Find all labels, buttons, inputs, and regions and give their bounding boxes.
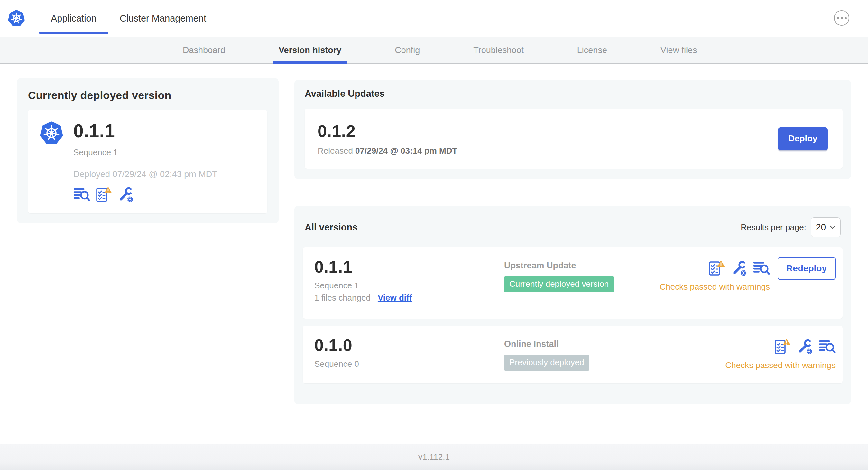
- version-source: Upstream Update: [504, 261, 660, 271]
- row-sequence: Sequence 0: [314, 359, 504, 369]
- tab-application[interactable]: Application: [39, 0, 108, 37]
- deployed-version-details: 0.1.1 Sequence 1 Deployed 07/29/24 @ 02:…: [73, 116, 217, 203]
- currently-deployed-version-card: 0.1.1 Sequence 1 Deployed 07/29/24 @ 02:…: [28, 110, 267, 213]
- tab-cluster-management-label: Cluster Management: [120, 13, 206, 24]
- deployed-sequence: Sequence 1: [73, 147, 217, 158]
- version-row-0-1-0: 0.1.0 Sequence 0 Online Install Previous…: [303, 326, 843, 383]
- all-versions-title: All versions: [305, 222, 358, 233]
- tab-version-history[interactable]: Version history: [273, 37, 347, 63]
- tab-troubleshoot[interactable]: Troubleshoot: [467, 37, 530, 63]
- preflight-checks-warning-icon[interactable]: [708, 260, 725, 276]
- tab-config[interactable]: Config: [389, 37, 426, 63]
- view-diff-link[interactable]: View diff: [378, 293, 412, 303]
- main-content: Currently deployed version 0.1.1 Sequenc…: [0, 64, 868, 444]
- redeploy-button[interactable]: Redeploy: [778, 257, 836, 280]
- preflight-checks-status[interactable]: Checks passed with warnings: [725, 360, 836, 370]
- admin-console-version: v1.112.1: [418, 452, 450, 462]
- top-bar: Application Cluster Management: [0, 0, 868, 37]
- files-changed-line: 1 files changed View diff: [314, 293, 504, 303]
- actions-and-checks: Checks passed with warnings: [660, 260, 770, 292]
- all-versions-header: All versions Results per page: 20: [303, 217, 843, 237]
- released-timestamp: 07/29/24 @ 03:14 pm MDT: [355, 146, 457, 156]
- results-per-page-label: Results per page:: [741, 223, 806, 232]
- results-per-page-select[interactable]: 20: [811, 217, 841, 237]
- actions-and-checks: Checks passed with warnings: [725, 338, 836, 370]
- view-logs-icon[interactable]: [753, 260, 770, 276]
- top-tabs: Application Cluster Management: [39, 0, 218, 37]
- tab-view-files[interactable]: View files: [655, 37, 703, 63]
- ellipsis-icon: [837, 17, 839, 19]
- row-action-icons: [708, 260, 770, 276]
- results-per-page-value: 20: [816, 222, 826, 232]
- preflight-checks-warning-icon[interactable]: [774, 338, 790, 355]
- version-row-0-1-1: 0.1.1 Sequence 1 1 files changed View di…: [303, 247, 843, 318]
- tab-application-label: Application: [51, 13, 96, 24]
- version-row-actions: Checks passed with warnings: [725, 335, 836, 370]
- tab-dashboard[interactable]: Dashboard: [177, 37, 231, 63]
- edit-config-icon[interactable]: [117, 187, 134, 203]
- edit-config-icon[interactable]: [731, 260, 747, 276]
- row-version-number: 0.1.0: [314, 335, 504, 355]
- version-row-details: 0.1.1 Sequence 1 1 files changed View di…: [314, 257, 504, 303]
- available-updates-title: Available Updates: [305, 89, 843, 99]
- view-logs-icon[interactable]: [73, 187, 90, 203]
- version-history-page: Application Cluster Management Dashboard…: [0, 0, 868, 470]
- update-version-number: 0.1.2: [317, 122, 457, 141]
- row-action-icons: [774, 338, 836, 355]
- currently-deployed-title: Currently deployed version: [28, 89, 267, 102]
- preflight-checks-warning-icon[interactable]: [95, 187, 112, 203]
- chevron-down-icon: [830, 225, 836, 229]
- deploy-button[interactable]: Deploy: [778, 127, 828, 150]
- files-changed-count: 1 files changed: [314, 293, 371, 303]
- version-source: Online Install: [504, 339, 725, 349]
- version-row-status: Upstream Update Currently deployed versi…: [504, 261, 660, 292]
- view-logs-icon[interactable]: [819, 338, 836, 355]
- more-menu-button[interactable]: [834, 10, 849, 26]
- previously-deployed-badge: Previously deployed: [504, 355, 589, 371]
- available-update-row: 0.1.2 Released 07/29/24 @ 03:14 pm MDT D…: [305, 109, 843, 169]
- deployed-timestamp: Deployed 07/29/24 @ 02:43 pm MDT: [73, 169, 217, 179]
- version-row-details: 0.1.0 Sequence 0: [314, 335, 504, 369]
- released-label: Released: [317, 146, 353, 156]
- row-version-number: 0.1.1: [314, 257, 504, 277]
- tab-cluster-management[interactable]: Cluster Management: [108, 0, 218, 37]
- footer: v1.112.1: [0, 444, 868, 470]
- deployed-version-number: 0.1.1: [73, 116, 217, 145]
- version-row-status: Online Install Previously deployed: [504, 339, 725, 371]
- deployed-actions: [73, 187, 217, 203]
- kubernetes-logo-icon: [7, 9, 26, 28]
- tab-license[interactable]: License: [571, 37, 613, 63]
- available-update-details: 0.1.2 Released 07/29/24 @ 03:14 pm MDT: [317, 122, 457, 156]
- update-released-line: Released 07/29/24 @ 03:14 pm MDT: [317, 146, 457, 156]
- row-sequence: Sequence 1: [314, 281, 504, 290]
- available-updates-card: Available Updates 0.1.2 Released 07/29/2…: [294, 80, 851, 179]
- currently-deployed-card: Currently deployed version 0.1.1 Sequenc…: [17, 78, 279, 224]
- all-versions-card: All versions Results per page: 20 0.1.1 …: [294, 206, 851, 404]
- edit-config-icon[interactable]: [796, 338, 813, 355]
- preflight-checks-status[interactable]: Checks passed with warnings: [660, 282, 770, 292]
- currently-deployed-badge: Currently deployed version: [504, 276, 614, 292]
- version-row-actions: Checks passed with warnings Redeploy: [660, 257, 836, 292]
- app-sub-nav: Dashboard Version history Config Trouble…: [0, 37, 868, 64]
- results-per-page: Results per page: 20: [741, 217, 841, 237]
- app-kubernetes-icon: [39, 120, 64, 146]
